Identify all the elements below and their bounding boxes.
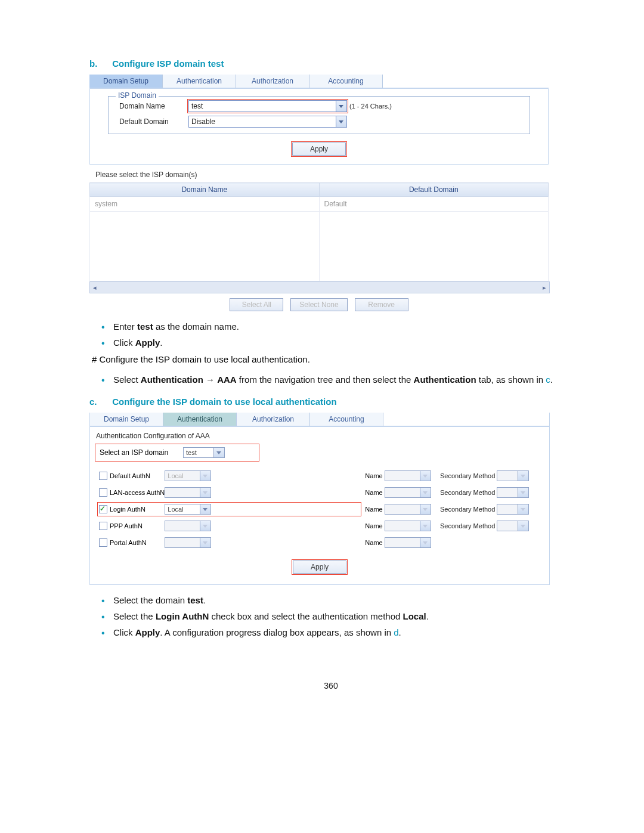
hash-line: # Configure the ISP domain to use local … — [92, 354, 572, 364]
chevron-down-icon[interactable] — [200, 504, 211, 515]
scroll-right-icon[interactable]: ▸ — [540, 284, 549, 292]
default-domain-combo[interactable] — [188, 116, 347, 128]
section-b-heading: b. Configure ISP domain test — [89, 58, 572, 69]
authn-row: LAN-access AuthNName Secondary Method — [96, 485, 537, 500]
secondary-combo[interactable] — [497, 504, 529, 515]
apply-button-a[interactable]: Apply — [292, 143, 346, 156]
secondary-method-label: Secondary Method — [440, 506, 495, 513]
tab-row-a: Domain SetupAuthenticationAuthorizationA… — [89, 75, 549, 88]
tab-domain-setup[interactable]: Domain Setup — [90, 413, 163, 426]
name-input[interactable] — [385, 521, 420, 531]
tab-accounting[interactable]: Accounting — [309, 75, 383, 88]
method-input[interactable] — [165, 470, 200, 481]
method-input[interactable] — [165, 504, 200, 515]
apply-button-b[interactable]: Apply — [293, 561, 346, 574]
tab-domain-setup[interactable]: Domain Setup — [89, 75, 163, 88]
name-combo[interactable] — [385, 487, 431, 498]
default-domain-label: Default Domain — [119, 117, 188, 126]
authn-checkbox[interactable] — [99, 488, 107, 497]
method-combo[interactable] — [165, 504, 211, 515]
scroll-left-icon[interactable]: ◂ — [90, 284, 100, 292]
name-input[interactable] — [385, 487, 420, 498]
secondary-method-label: Secondary Method — [440, 472, 495, 479]
chevron-down-icon[interactable] — [518, 521, 529, 531]
name-combo[interactable] — [385, 504, 431, 515]
list-item: Select the Login AuthN check box and sel… — [113, 611, 572, 623]
name-combo[interactable] — [385, 521, 431, 531]
authn-checkbox[interactable] — [99, 505, 107, 513]
method-input[interactable] — [165, 521, 200, 531]
remove-button[interactable]: Remove — [355, 298, 408, 311]
chevron-down-icon[interactable] — [420, 521, 431, 531]
name-input[interactable] — [385, 470, 420, 481]
name-label: Name — [365, 472, 382, 479]
select-isp-input[interactable] — [183, 447, 214, 458]
secondary-combo[interactable] — [497, 521, 529, 531]
chevron-down-icon[interactable] — [518, 470, 529, 481]
authn-checkbox[interactable] — [99, 538, 107, 547]
method-input[interactable] — [165, 537, 200, 548]
tab-authorization[interactable]: Authorization — [237, 413, 310, 426]
name-combo[interactable] — [385, 537, 431, 548]
chevron-down-icon[interactable] — [420, 470, 431, 481]
select-isp-combo[interactable] — [183, 447, 225, 458]
tab-row-b: Domain SetupAuthenticationAuthorizationA… — [90, 413, 549, 426]
select-isp-label: Select an ISP domain — [100, 448, 183, 457]
tab-authentication[interactable]: Authentication — [163, 413, 237, 426]
authn-row: Default AuthNName Secondary Method — [96, 469, 537, 483]
name-input[interactable] — [385, 537, 420, 548]
name-combo[interactable] — [385, 470, 431, 481]
section-c-heading: c. Configure the ISP domain to use local… — [89, 397, 572, 407]
default-domain-dropdown-icon[interactable] — [336, 116, 347, 128]
method-combo[interactable] — [165, 537, 211, 548]
chevron-down-icon[interactable] — [200, 487, 211, 498]
method-combo[interactable] — [165, 521, 211, 531]
chevron-down-icon[interactable] — [200, 521, 211, 531]
tab-authentication[interactable]: Authentication — [163, 75, 236, 88]
table-row[interactable]: systemDefault — [90, 197, 549, 212]
method-combo[interactable] — [165, 470, 211, 481]
select-none-button[interactable]: Select None — [290, 298, 347, 311]
authn-checkbox[interactable] — [99, 522, 107, 530]
section-c-title: Configure the ISP domain to use local au… — [112, 397, 336, 407]
authn-checkbox[interactable] — [99, 472, 107, 480]
name-input[interactable] — [385, 504, 420, 515]
secondary-combo[interactable] — [497, 487, 529, 498]
chevron-down-icon[interactable] — [518, 504, 529, 515]
secondary-input[interactable] — [497, 504, 518, 515]
chevron-down-icon[interactable] — [200, 537, 211, 548]
authn-label: Login AuthN — [110, 506, 145, 513]
chevron-down-icon[interactable] — [200, 470, 211, 481]
isp-domain-legend: ISP Domain — [116, 91, 159, 100]
authn-label: Portal AuthN — [110, 539, 147, 546]
name-label: Name — [365, 522, 382, 529]
chevron-down-icon[interactable] — [420, 537, 431, 548]
table-scrollbar[interactable]: ◂ ▸ — [89, 281, 550, 293]
auth-config-header: Authentication Configuration of AAA — [96, 432, 549, 440]
name-label: Name — [365, 506, 382, 513]
tab-accounting[interactable]: Accounting — [310, 413, 383, 426]
authn-row: PPP AuthNName Secondary Method — [96, 519, 537, 533]
chevron-down-icon[interactable] — [420, 487, 431, 498]
select-isp-dropdown-icon[interactable] — [214, 447, 225, 458]
domain-name-combo[interactable] — [188, 100, 347, 112]
method-combo[interactable] — [165, 487, 211, 498]
select-all-button[interactable]: Select All — [230, 298, 283, 311]
please-select-label: Please select the ISP domain(s) — [95, 171, 549, 179]
nav-instruction: Select Authentication → AAA from the nav… — [113, 374, 572, 386]
method-input[interactable] — [165, 487, 200, 498]
list-item: Select Authentication → AAA from the nav… — [113, 374, 572, 386]
chevron-down-icon[interactable] — [518, 487, 529, 498]
default-domain-input[interactable] — [188, 116, 336, 128]
secondary-input[interactable] — [497, 487, 518, 498]
tab-authorization[interactable]: Authorization — [236, 75, 309, 88]
secondary-combo[interactable] — [497, 470, 529, 481]
section-b-marker: b. — [89, 58, 110, 69]
name-label: Name — [365, 489, 382, 496]
name-label: Name — [365, 539, 382, 546]
secondary-input[interactable] — [497, 470, 518, 481]
chevron-down-icon[interactable] — [420, 504, 431, 515]
secondary-input[interactable] — [497, 521, 518, 531]
domain-name-input[interactable] — [188, 100, 336, 112]
domain-name-dropdown-icon[interactable] — [336, 100, 347, 112]
